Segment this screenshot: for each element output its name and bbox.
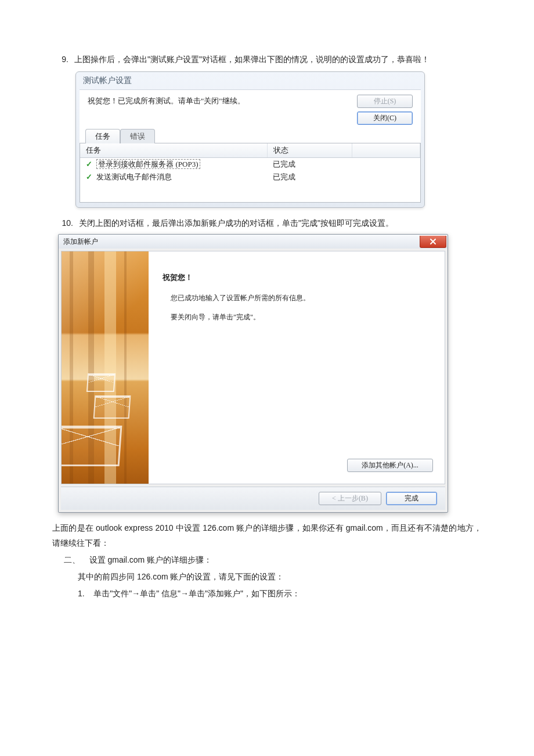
back-button[interactable]: < 上一步(B) [319, 492, 381, 505]
section-2-subtext: 其中的前四步同 126.com 账户的设置，请见下面的设置： [78, 570, 482, 584]
tab-tasks[interactable]: 任务 [85, 129, 120, 143]
section-number: 二、 [64, 555, 80, 564]
envelope-icon [62, 426, 122, 466]
summary-paragraph: 上面的是在 outlook express 2010 中设置 126.com 账… [52, 521, 482, 550]
item-number: 1. [78, 589, 85, 598]
task-name: 发送测试电子邮件消息 [96, 172, 172, 181]
dialog-title: 测试帐户设置 [76, 72, 424, 89]
task-name: 登录到接收邮件服务器 (POP3) [96, 159, 200, 169]
col-task: 任务 [80, 143, 267, 158]
task-status: 已完成 [267, 171, 352, 183]
task-status: 已完成 [267, 158, 352, 171]
wizard-text: 要关闭向导，请单击"完成"。 [171, 312, 431, 322]
section-title: 设置 gmail.com 账户的详细步骤： [89, 555, 212, 564]
wizard-artwork [62, 251, 149, 484]
test-account-settings-dialog: 测试帐户设置 祝贺您！已完成所有测试。请单击"关闭"继续。 停止(S) 关闭(C… [75, 71, 425, 208]
wizard-text: 您已成功地输入了设置帐户所需的所有信息。 [171, 293, 431, 303]
close-button[interactable]: 关闭(C) [357, 111, 413, 125]
tab-errors[interactable]: 错误 [120, 129, 155, 143]
table-row: ✓ 发送测试电子邮件消息 已完成 [80, 171, 420, 183]
step-text: 关闭上图的对话框，最后弹出添加新账户成功的对话框，单击"完成"按钮即可完成设置。 [79, 216, 482, 231]
table-row: ✓ 登录到接收邮件服务器 (POP3) 已完成 [80, 158, 420, 171]
dialog-title: 添加新帐户 [63, 237, 98, 247]
envelope-icon [93, 395, 131, 419]
stop-button[interactable]: 停止(S) [357, 95, 413, 108]
task-status-table: 任务 状态 ✓ 登录到接收邮件服务器 (POP3) 已完成 [80, 143, 420, 202]
wizard-heading: 祝贺您！ [163, 272, 431, 283]
step-9: 9. 上图操作后，会弹出"测试账户设置"对话框，如果弹出下图的情况，说明的的设置… [52, 52, 482, 67]
add-other-account-button[interactable]: 添加其他帐户(A)... [347, 459, 433, 472]
envelope-icon [86, 373, 116, 392]
section-2-item-1: 1. 单击"文件"→单击" 信息"→单击"添加账户"，如下图所示： [78, 586, 482, 601]
check-icon: ✓ [86, 160, 92, 168]
item-text: 单击"文件"→单击" 信息"→单击"添加账户"，如下图所示： [93, 589, 300, 598]
close-icon[interactable] [420, 236, 446, 248]
step-number: 9. [52, 52, 74, 67]
step-text: 上图操作后，会弹出"测试账户设置"对话框，如果弹出下图的情况，说明的的设置成功了… [74, 52, 482, 67]
finish-button[interactable]: 完成 [386, 492, 437, 505]
check-icon: ✓ [86, 172, 92, 181]
col-status: 状态 [267, 143, 352, 158]
step-number: 10. [52, 216, 79, 231]
section-2-heading: 二、 设置 gmail.com 账户的详细步骤： [64, 553, 482, 567]
add-new-account-dialog: 添加新帐户 祝贺您！ 您已成功地输入了设置帐户所需的所有信息。 要关闭向导，请单… [58, 234, 448, 513]
step-10: 10. 关闭上图的对话框，最后弹出添加新账户成功的对话框，单击"完成"按钮即可完… [52, 216, 482, 231]
